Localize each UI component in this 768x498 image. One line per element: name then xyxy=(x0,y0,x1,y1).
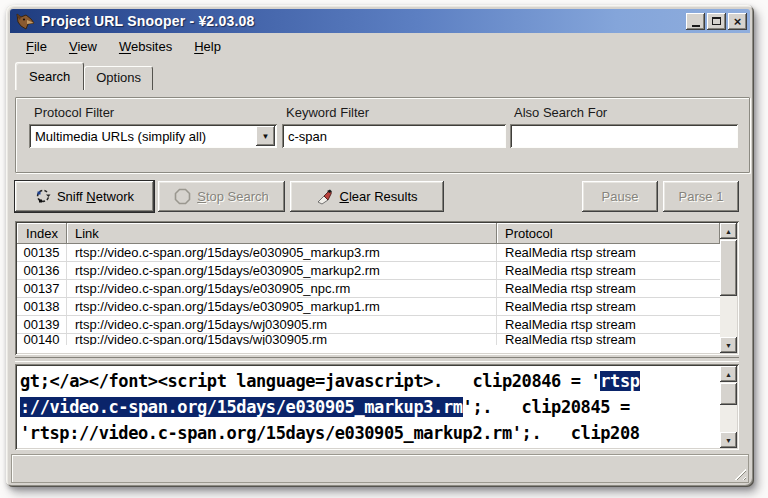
scroll-down-button[interactable]: ▼ xyxy=(720,432,737,448)
splitter-handle[interactable] xyxy=(15,357,739,362)
cell-link: rtsp://video.c-span.org/15days/e030905_m… xyxy=(67,244,497,261)
scroll-down-icon: ▼ xyxy=(725,437,732,444)
source-line: 'rtsp://video.c-span.org/15days/e030905_… xyxy=(20,420,719,446)
close-icon: × xyxy=(734,15,742,28)
source-view[interactable]: gt;</a></font><script language=javascrip… xyxy=(15,364,739,450)
filters-groupbox: Protocol Filter Keyword Filter Also Sear… xyxy=(15,97,750,173)
scroll-up-button[interactable]: ▲ xyxy=(720,223,737,239)
cell-index: 00138 xyxy=(17,298,67,315)
cell-protocol: RealMedia rtsp stream xyxy=(497,298,720,315)
source-scrollbar[interactable]: ▲ ▼ xyxy=(720,366,737,448)
selected-text: ://video.c-span.org/15days/e030905_marku… xyxy=(20,397,463,417)
scroll-down-icon: ▼ xyxy=(725,342,732,349)
cell-protocol: RealMedia rtsp stream xyxy=(497,244,720,261)
cell-index: 00139 xyxy=(17,316,67,333)
menu-file[interactable]: File xyxy=(18,37,55,56)
sniff-network-button[interactable]: Sniff Network xyxy=(15,181,154,212)
tab-options[interactable]: Options xyxy=(84,66,153,90)
minimize-icon xyxy=(692,25,700,27)
dropdown-button[interactable]: ▼ xyxy=(256,126,275,146)
clear-results-button[interactable]: Clear Results xyxy=(290,181,444,212)
results-list[interactable]: Index Link Protocol 00135 rtsp://video.c… xyxy=(15,221,739,355)
tab-search[interactable]: Search xyxy=(15,62,84,90)
eraser-icon xyxy=(316,189,333,205)
menubar: File View Websites Help xyxy=(10,35,750,57)
titlebar[interactable]: Project URL Snooper - ¥2.03.08 × xyxy=(10,9,750,33)
also-search-for-input[interactable] xyxy=(510,124,738,148)
cell-protocol: RealMedia rtsp stream xyxy=(497,334,720,345)
cell-index: 00137 xyxy=(17,280,67,297)
close-button[interactable]: × xyxy=(728,13,747,30)
protocol-filter-select[interactable]: Multimedia URLs (simplify all) ▼ xyxy=(29,124,277,148)
scroll-thumb[interactable] xyxy=(720,240,737,296)
cell-protocol: RealMedia rtsp stream xyxy=(497,280,720,297)
window-title: Project URL Snooper - ¥2.03.08 xyxy=(41,13,686,29)
stop-octagon-icon xyxy=(174,188,191,205)
column-header-link[interactable]: Link xyxy=(67,223,497,244)
cell-link: rtsp://video.c-span.org/15days/wj030905.… xyxy=(67,334,497,345)
cell-link: rtsp://video.c-span.org/15days/e030905_m… xyxy=(67,298,497,315)
menu-websites[interactable]: Websites xyxy=(111,37,180,56)
maximize-button[interactable] xyxy=(707,13,726,30)
also-search-for-label: Also Search For xyxy=(514,105,607,120)
cell-link: rtsp://video.c-span.org/15days/e030905_m… xyxy=(67,262,497,279)
scroll-down-button[interactable]: ▼ xyxy=(720,337,737,353)
app-dog-icon xyxy=(15,11,35,31)
stop-search-button: Stop Search xyxy=(158,181,285,212)
menu-help[interactable]: Help xyxy=(186,37,229,56)
cell-protocol: RealMedia rtsp stream xyxy=(497,316,720,333)
tab-strip: Search Options xyxy=(15,59,153,90)
cell-index: 00135 xyxy=(17,244,67,261)
chevron-down-icon: ▼ xyxy=(262,132,270,141)
maximize-icon xyxy=(712,17,721,25)
list-header: Index Link Protocol xyxy=(17,223,720,244)
cell-protocol: RealMedia rtsp stream xyxy=(497,262,720,279)
column-header-index[interactable]: Index xyxy=(17,223,67,244)
table-row[interactable]: 00135 rtsp://video.c-span.org/15days/e03… xyxy=(17,244,720,262)
table-row[interactable]: 00137 rtsp://video.c-span.org/15days/e03… xyxy=(17,280,720,298)
scroll-up-button[interactable]: ▲ xyxy=(720,366,737,382)
scroll-up-icon: ▲ xyxy=(725,371,732,378)
pause-button: Pause xyxy=(582,181,658,212)
selected-text: rtsp xyxy=(600,371,639,391)
column-header-protocol[interactable]: Protocol xyxy=(497,223,720,244)
list-scrollbar[interactable]: ▲ ▼ xyxy=(720,223,737,353)
table-row[interactable]: 00140 rtsp://video.c-span.org/15days/wj0… xyxy=(17,334,720,345)
table-row[interactable]: 00138 rtsp://video.c-span.org/15days/e03… xyxy=(17,298,720,316)
source-line: ://video.c-span.org/15days/e030905_marku… xyxy=(20,394,719,420)
source-line: gt;</a></font><script language=javascrip… xyxy=(20,368,719,394)
scroll-thumb[interactable] xyxy=(720,383,737,405)
table-row[interactable]: 00139 rtsp://video.c-span.org/15days/wj0… xyxy=(17,316,720,334)
scroll-up-icon: ▲ xyxy=(725,228,732,235)
cell-link: rtsp://video.c-span.org/15days/e030905_n… xyxy=(67,280,497,297)
cell-link: rtsp://video.c-span.org/15days/wj030905.… xyxy=(67,316,497,333)
sniff-icon xyxy=(35,189,51,205)
status-bar xyxy=(11,454,749,483)
app-window: Project URL Snooper - ¥2.03.08 × File Vi… xyxy=(6,5,754,487)
minimize-button[interactable] xyxy=(686,13,705,30)
keyword-filter-input[interactable]: c-span xyxy=(282,124,506,148)
table-row[interactable]: 00136 rtsp://video.c-span.org/15days/e03… xyxy=(17,262,720,280)
parse-button: Parse 1 xyxy=(663,181,739,212)
protocol-filter-label: Protocol Filter xyxy=(34,105,114,120)
keyword-filter-label: Keyword Filter xyxy=(286,105,369,120)
resize-grip-icon[interactable] xyxy=(732,466,746,480)
cell-index: 00140 xyxy=(17,334,67,345)
cell-index: 00136 xyxy=(17,262,67,279)
menu-view[interactable]: View xyxy=(61,37,105,56)
